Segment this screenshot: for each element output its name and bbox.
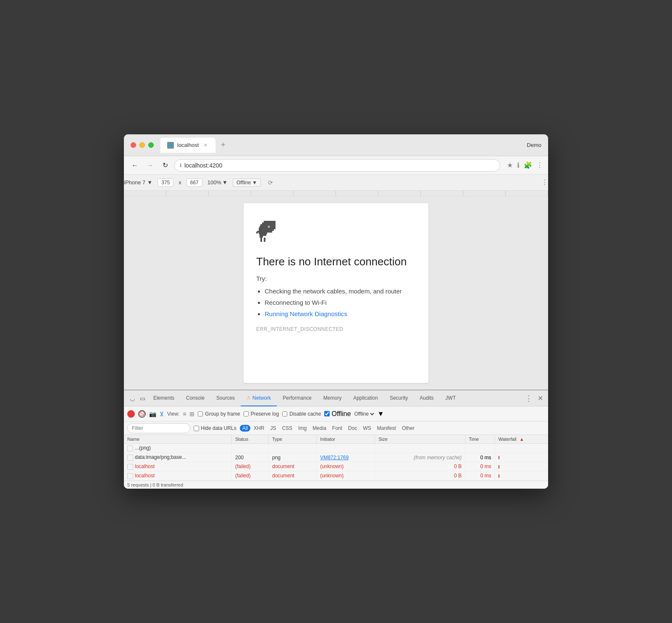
type-doc-button[interactable]: Doc	[346, 425, 360, 432]
forward-button[interactable]: →	[144, 160, 156, 171]
tab-close-button[interactable]: ×	[202, 142, 209, 149]
th-name[interactable]: Name	[124, 435, 232, 444]
offline-select[interactable]: Offline	[352, 411, 375, 417]
grid-view-button[interactable]: ⊞	[189, 411, 194, 417]
sort-arrow-icon: ▲	[520, 437, 524, 442]
svg-rect-3	[260, 226, 276, 228]
cell-name[interactable]: localhost	[124, 471, 232, 480]
clear-button[interactable]: 🚫	[138, 410, 146, 418]
svg-rect-10	[260, 238, 262, 239]
devtools-panel: ◡ ▭ Elements Console Sources ⚠ Network P…	[124, 390, 548, 488]
tab-elements[interactable]: Elements	[147, 390, 180, 406]
devtools-close-button[interactable]: ✕	[536, 394, 545, 402]
type-css-button[interactable]: CSS	[279, 425, 295, 432]
image-icon	[127, 455, 133, 461]
network-warning-icon: ⚠	[247, 395, 251, 400]
devtools-element-picker[interactable]: ◡	[127, 393, 137, 403]
devtools-tabs: ◡ ▭ Elements Console Sources ⚠ Network P…	[124, 390, 548, 406]
svg-rect-9	[260, 236, 263, 238]
table-header-row: Name Status Type Initiator Size Time Wat…	[124, 435, 548, 444]
offline-checkbox[interactable]	[324, 411, 330, 416]
active-tab[interactable]: 🌐 localhost ×	[160, 138, 215, 153]
filter-input[interactable]	[127, 423, 190, 433]
tab-audits[interactable]: Audits	[414, 390, 439, 406]
view-label: View:	[167, 411, 179, 417]
network-diagnostics-link[interactable]: Running Network Diagnostics	[265, 310, 347, 317]
table-row[interactable]: data:image/png;base...200pngVM872:1769(f…	[124, 453, 548, 462]
error-bullet-1: Checking the network cables, modem, and …	[265, 285, 416, 297]
close-button[interactable]	[131, 142, 136, 148]
tab-application-label: Application	[353, 395, 378, 401]
cell-initiator[interactable]: VM872:1769	[317, 453, 375, 462]
cell-size: (from memory cache)	[375, 453, 465, 462]
screenshot-button[interactable]: 📷	[149, 411, 156, 417]
th-type[interactable]: Type	[268, 435, 316, 444]
tab-security[interactable]: Security	[384, 390, 414, 406]
cell-status	[232, 444, 269, 453]
tab-application[interactable]: Application	[347, 390, 384, 406]
extensions-icon[interactable]: 🧩	[524, 161, 532, 169]
cell-name[interactable]: localhost	[124, 462, 232, 471]
maximize-button[interactable]	[148, 142, 154, 148]
rotate-button[interactable]: ⟳	[266, 178, 275, 187]
tab-memory-label: Memory	[323, 395, 341, 401]
info-icon[interactable]: ℹ	[517, 161, 520, 169]
svg-rect-17	[256, 232, 258, 233]
tab-performance[interactable]: Performance	[277, 390, 318, 406]
hide-data-urls-checkbox[interactable]	[194, 426, 199, 431]
type-font-button[interactable]: Font	[330, 425, 345, 432]
minimize-button[interactable]	[139, 142, 145, 148]
address-bar[interactable]: ℹ localhost:4200	[174, 159, 500, 172]
zoom-selector[interactable]: 100% ▼	[207, 179, 228, 186]
type-all-button[interactable]: All	[240, 425, 250, 432]
cell-name[interactable]: data:image/png;base...	[124, 453, 232, 462]
height-input[interactable]: 667	[186, 178, 202, 187]
preserve-log-checkbox[interactable]	[244, 411, 249, 416]
devtools-more-button[interactable]: ⋮	[522, 394, 536, 403]
type-xhr-button[interactable]: XHR	[251, 425, 267, 432]
device-toolbar-more-icon[interactable]: ⋮	[541, 178, 548, 186]
tab-memory[interactable]: Memory	[318, 390, 347, 406]
th-waterfall[interactable]: Waterfall ▲	[495, 435, 548, 444]
table-row[interactable]: ...(png)	[124, 444, 548, 453]
image-icon	[127, 445, 133, 451]
title-bar: 🌐 localhost × + Demo	[124, 134, 548, 156]
record-button[interactable]	[127, 410, 135, 418]
th-time[interactable]: Time	[465, 435, 495, 444]
cell-status: (failed)	[232, 471, 269, 480]
cell-initiator	[317, 444, 375, 453]
list-view-button[interactable]: ≡	[183, 411, 186, 417]
disable-cache-checkbox[interactable]	[282, 411, 287, 416]
offline-button[interactable]: Offline ▼	[233, 178, 261, 187]
device-toolbar: iPhone 7 ▼ 375 x 667 100% ▼ Offline ▼ ⟳ …	[124, 175, 548, 191]
type-ws-button[interactable]: WS	[360, 425, 373, 432]
devtools-device-icon[interactable]: ▭	[137, 393, 147, 403]
th-size[interactable]: Size	[375, 435, 465, 444]
group-by-frame-checkbox[interactable]	[198, 411, 203, 416]
tab-sources[interactable]: Sources	[210, 390, 241, 406]
th-status[interactable]: Status	[232, 435, 269, 444]
table-row[interactable]: localhost(failed)document(unknown)0 B0 m…	[124, 471, 548, 480]
type-media-button[interactable]: Media	[310, 425, 329, 432]
type-js-button[interactable]: JS	[268, 425, 278, 432]
width-input[interactable]: 375	[158, 178, 173, 187]
tab-network[interactable]: ⚠ Network	[241, 390, 277, 406]
new-tab-button[interactable]: +	[217, 139, 229, 151]
back-button[interactable]: ←	[129, 160, 141, 171]
error-bullet-3[interactable]: Running Network Diagnostics	[265, 308, 416, 319]
bookmark-icon[interactable]: ★	[507, 161, 513, 169]
th-initiator[interactable]: Initiator	[317, 435, 375, 444]
tab-console[interactable]: Console	[180, 390, 210, 406]
tab-jwt[interactable]: JWT	[440, 390, 462, 406]
type-img-button[interactable]: Img	[296, 425, 309, 432]
demo-label: Demo	[527, 142, 541, 148]
device-selector[interactable]: iPhone 7 ▼	[124, 179, 152, 186]
reload-button[interactable]: ↻	[159, 160, 171, 171]
cell-name[interactable]: ...(png)	[124, 444, 232, 453]
table-row[interactable]: localhost(failed)document(unknown)0 B0 m…	[124, 462, 548, 471]
filter-button[interactable]: ⊻	[160, 411, 164, 417]
type-manifest-button[interactable]: Manifest	[375, 425, 399, 432]
type-other-button[interactable]: Other	[399, 425, 417, 432]
menu-icon[interactable]: ⋮	[536, 161, 543, 169]
network-toolbar: 🚫 📷 ⊻ View: ≡ ⊞ Group by frame Preserve …	[124, 406, 548, 421]
